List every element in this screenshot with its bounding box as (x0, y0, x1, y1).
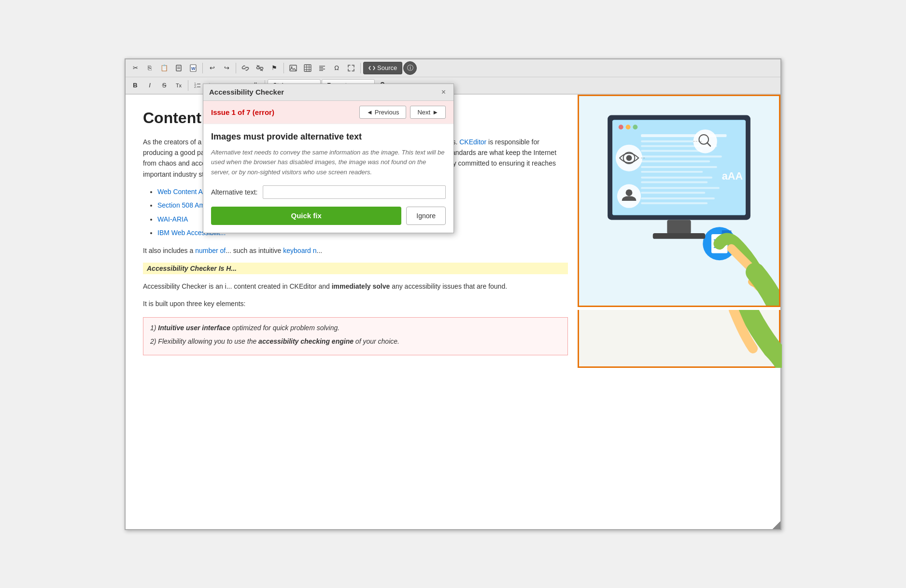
special-char-button[interactable]: Ω (330, 62, 343, 74)
align-button[interactable] (315, 62, 329, 74)
svg-rect-40 (641, 155, 722, 157)
pink-item-2: 2) Flexibility allowing you to use the a… (150, 336, 561, 347)
nav-buttons: ◄ Previous Next ► (359, 106, 446, 119)
paste-word-button[interactable]: W (186, 62, 200, 74)
italic-button[interactable]: I (143, 79, 156, 92)
redo-button[interactable]: ↪ (220, 62, 233, 74)
issue-title: Images must provide alternative text (211, 132, 446, 142)
table-button[interactable] (301, 62, 314, 74)
next-button[interactable]: Next ► (410, 106, 446, 119)
modal-header: Accessibility Checker × (203, 84, 453, 101)
image-button[interactable] (286, 62, 300, 74)
number-link[interactable]: number of (195, 247, 226, 254)
modal-close-button[interactable]: × (439, 88, 448, 97)
svg-rect-8 (304, 65, 311, 71)
svg-rect-64 (667, 220, 691, 234)
svg-point-57 (626, 189, 633, 196)
next-arrow-icon: ► (432, 109, 439, 116)
accessibility-button[interactable]: ⓘ (403, 61, 417, 75)
svg-rect-47 (641, 192, 705, 194)
svg-text:aAA: aAA (722, 169, 743, 182)
prev-arrow-icon: ◄ (367, 109, 373, 116)
paragraph3: Accessibility Checker is an i... content… (143, 281, 568, 292)
alt-text-label: Alternative text: (211, 188, 258, 196)
separator1 (202, 63, 203, 73)
wai-aria-link[interactable]: WAI-ARIA (157, 215, 188, 223)
ignore-button[interactable]: Ignore (406, 207, 446, 225)
svg-rect-45 (641, 181, 708, 183)
image-panel: aAA (578, 95, 780, 307)
next-label: Next (417, 109, 430, 116)
svg-rect-65 (653, 233, 705, 239)
svg-point-35 (633, 125, 637, 129)
paste-text-button[interactable] (172, 62, 185, 74)
paragraph4: It is built upon three key elements: (143, 298, 568, 309)
separator3 (283, 63, 284, 73)
resize-handle[interactable] (773, 521, 780, 529)
undo-button[interactable]: ↩ (205, 62, 219, 74)
pink-section: 1) Intuitive user interface optimized fo… (143, 317, 568, 355)
pink-item-1: 1) Intuitive user interface optimized fo… (150, 322, 561, 333)
svg-rect-43 (641, 170, 703, 172)
modal-issue-bar: Issue 1 of 7 (error) ◄ Previous Next ► (203, 101, 453, 124)
svg-rect-0 (176, 65, 181, 71)
source-label: Source (377, 64, 397, 71)
ckeditor-link[interactable]: CKEditor (459, 138, 486, 146)
alt-text-input[interactable] (263, 185, 446, 199)
svg-rect-49 (641, 202, 708, 204)
previous-label: Previous (375, 109, 399, 116)
paragraph2: It also includes a number of... such as … (143, 245, 568, 256)
keyboard-link[interactable]: keyboard n (283, 247, 316, 254)
separator5 (188, 80, 188, 91)
image-panel-lower (578, 310, 780, 368)
svg-rect-42 (641, 166, 717, 168)
issue-counter: Issue 1 of 7 (error) (211, 108, 274, 116)
alt-text-row: Alternative text: (211, 185, 446, 199)
svg-rect-41 (641, 160, 710, 162)
modal-body: Images must provide alternative text Alt… (203, 124, 453, 233)
previous-button[interactable]: ◄ Previous (359, 106, 406, 119)
anchor-button[interactable]: ⚑ (268, 62, 281, 74)
ordered-list-button[interactable]: 1.2. (191, 79, 204, 92)
issue-description: Alternative text needs to convey the sam… (211, 148, 446, 178)
svg-rect-39 (641, 150, 703, 152)
remove-format-button[interactable]: Tx (172, 79, 185, 92)
svg-rect-48 (641, 197, 715, 199)
strikethrough-button[interactable]: S (157, 79, 171, 92)
accessibility-checker-modal: Accessibility Checker × Issue 1 of 7 (er… (203, 84, 454, 233)
paste-button[interactable]: 📋 (157, 62, 171, 74)
link-button[interactable] (239, 62, 252, 74)
maximize-button[interactable] (344, 62, 358, 74)
unlink-button[interactable] (253, 62, 267, 74)
svg-point-34 (626, 125, 631, 129)
svg-text:2.: 2. (194, 85, 197, 88)
svg-point-33 (619, 125, 623, 129)
modal-actions: Quick fix Ignore (211, 207, 446, 225)
svg-text:W: W (191, 66, 196, 71)
highlighted-section: Accessibility Checker Is H... (143, 263, 568, 274)
toolbar-row1: ✂ ⎘ 📋 W ↩ ↪ ⚑ Ω (126, 59, 780, 77)
source-button[interactable]: Source (363, 62, 402, 74)
bold-button[interactable]: B (128, 79, 142, 92)
cut-button[interactable]: ✂ (128, 62, 142, 74)
svg-rect-46 (641, 187, 720, 189)
modal-title: Accessibility Checker (209, 88, 284, 96)
svg-point-7 (291, 66, 293, 68)
copy-button[interactable]: ⎘ (143, 62, 156, 74)
svg-line-5 (257, 65, 263, 71)
svg-rect-44 (641, 176, 712, 178)
editor-container: ✂ ⎘ 📋 W ↩ ↪ ⚑ Ω (125, 58, 781, 530)
separator4 (360, 63, 361, 73)
quick-fix-button[interactable]: Quick fix (211, 207, 401, 225)
svg-point-52 (626, 155, 632, 161)
separator2 (236, 63, 236, 73)
